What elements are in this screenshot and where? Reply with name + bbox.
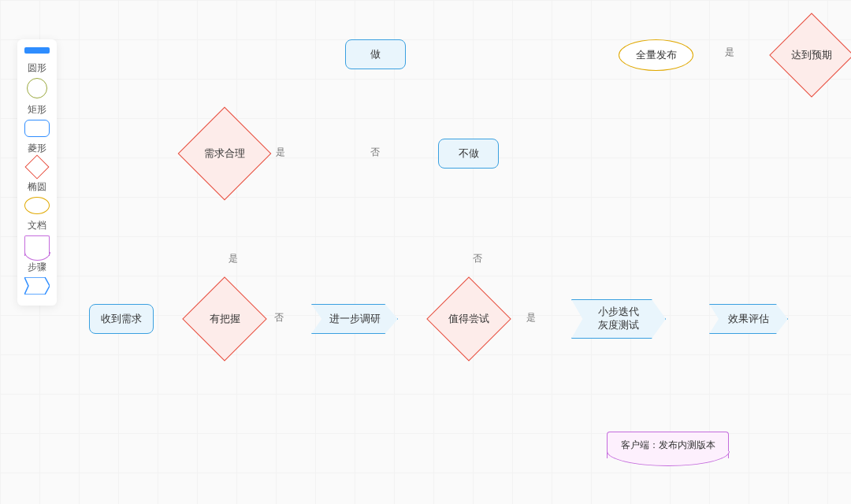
node-text: 进一步调研 — [329, 312, 381, 326]
palette-label: 文档 — [28, 219, 46, 232]
node-text: 需求合理 — [191, 120, 258, 187]
node-text: 达到预期 — [782, 25, 842, 85]
node-do[interactable]: 做 — [345, 39, 406, 69]
palette-label: 椭圆 — [28, 180, 46, 194]
node-client-beta[interactable]: 客户端：发布内测版本 — [607, 432, 729, 458]
edge-label: 是 — [276, 146, 285, 159]
ellipse-icon — [24, 197, 50, 214]
edge-label: 是 — [229, 252, 238, 265]
edge-label: 是 — [526, 311, 536, 324]
node-requirement-reasonable[interactable]: 需求合理 — [191, 120, 258, 187]
palette-label: 步骤 — [28, 261, 46, 274]
node-text: 做 — [370, 47, 381, 61]
node-text: 收到需求 — [101, 312, 142, 326]
node-text: 全量发布 — [636, 48, 677, 62]
node-meet-expectation[interactable]: 达到预期 — [782, 25, 842, 85]
node-confident[interactable]: 有把握 — [195, 289, 255, 349]
step-icon — [24, 277, 50, 295]
node-further-research[interactable]: 进一步调研 — [311, 304, 398, 334]
diamond-icon — [24, 154, 49, 179]
palette-item-diamond[interactable]: 菱形 — [28, 142, 46, 176]
svg-marker-0 — [24, 277, 50, 295]
node-text: 效果评估 — [728, 312, 769, 326]
node-iterate-gray[interactable]: 小步迭代 灰度测试 — [571, 299, 666, 339]
edge-label: 否 — [274, 311, 284, 324]
node-text: 不做 — [459, 146, 479, 161]
palette-item-step[interactable]: 步骤 — [24, 261, 50, 295]
document-icon — [24, 235, 50, 256]
node-not-do[interactable]: 不做 — [438, 139, 499, 169]
palette-label: 菱形 — [28, 142, 46, 155]
edge-label: 是 — [725, 46, 734, 59]
palette-item-doc[interactable]: 文档 — [24, 219, 50, 256]
node-full-release[interactable]: 全量发布 — [619, 39, 693, 71]
node-text: 值得尝试 — [439, 289, 499, 349]
node-worth-trying[interactable]: 值得尝试 — [439, 289, 499, 349]
rect-icon — [24, 120, 50, 137]
edges-layer — [0, 0, 236, 118]
node-effect-evaluation[interactable]: 效果评估 — [709, 304, 788, 334]
node-receive-requirement[interactable]: 收到需求 — [89, 304, 154, 334]
node-text: 有把握 — [195, 289, 255, 349]
node-text: 小步迭代 灰度测试 — [598, 306, 639, 332]
palette-item-ellipse[interactable]: 椭圆 — [24, 180, 50, 214]
edge-label: 否 — [473, 252, 482, 265]
node-text: 客户端：发布内测版本 — [608, 432, 728, 458]
edge-label: 否 — [370, 146, 380, 159]
